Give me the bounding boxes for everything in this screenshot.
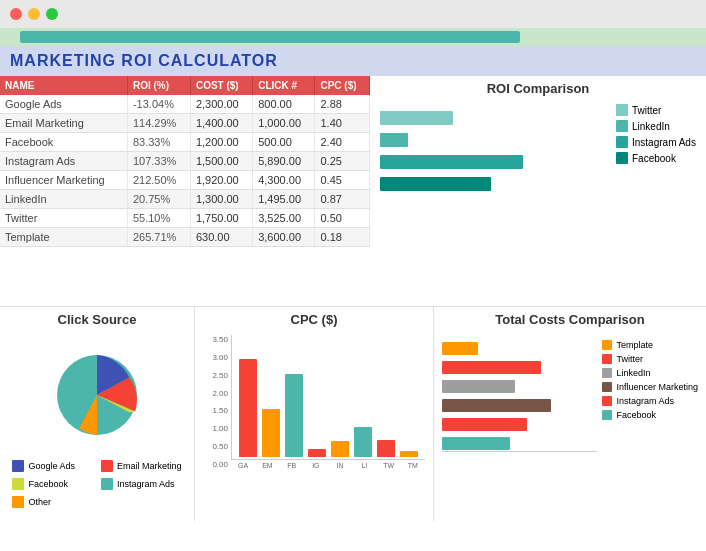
cell-roi: 83.33% [127,133,190,152]
legend-color-box [616,152,628,164]
progress-bar-container [0,28,706,46]
pie-legend-color [101,460,113,472]
cell-name: LinkedIn [0,190,127,209]
tc-legend-item: LinkedIn [602,368,698,378]
click-source-section: Click Source Go [0,307,195,521]
cpc-y-axis: 3.503.002.502.001.501.000.500.00 [203,335,228,469]
cpc-bar [308,449,326,457]
cpc-x-label: TM [401,462,425,469]
roi-bar [380,177,491,191]
roi-bar [380,133,408,147]
cpc-section: CPC ($) 3.503.002.502.001.501.000.500.00… [195,307,434,521]
col-cost: COST ($) [190,76,252,95]
cpc-bar-group [377,440,395,457]
roi-chart-section: ROI Comparison TwitterLinkedInInstagram … [370,76,706,306]
tc-bar [442,380,515,393]
tc-bar [442,361,541,374]
cell-name: Facebook [0,133,127,152]
tc-legend-label: Instagram Ads [616,396,674,406]
tc-bar [442,437,510,450]
cpc-bar-group [331,441,349,457]
tc-legend-item: Template [602,340,698,350]
pie-legend-color [101,478,113,490]
cell-clicks: 500.00 [253,133,315,152]
pie-legend-label: Other [28,497,51,507]
table-row: Google Ads -13.04% 2,300.00 800.00 2.88 [0,95,370,114]
page-title: MARKETING ROI CALCULATOR [0,46,706,76]
cpc-x-label: TW [377,462,401,469]
cpc-y-label: 3.00 [203,353,228,362]
cell-clicks: 3,600.00 [253,228,315,247]
cpc-x-label: IG [304,462,328,469]
bottom-section: Click Source Go [0,306,706,521]
cpc-y-label: 0.00 [203,460,228,469]
cpc-y-label: 2.50 [203,371,228,380]
cell-clicks: 1,495.00 [253,190,315,209]
cell-cost: 1,200.00 [190,133,252,152]
tc-legend-label: Facebook [616,410,656,420]
cell-cost: 1,920.00 [190,171,252,190]
tc-legend-color [602,410,612,420]
click-source-title: Click Source [8,312,186,327]
cpc-bar-group [262,409,280,457]
pie-chart [42,340,152,450]
pie-legend-item: Facebook [12,478,93,490]
cpc-bar-group [239,359,257,457]
cpc-x-label: LI [352,462,376,469]
tc-legend-color [602,396,612,406]
roi-legend-item: Twitter [616,104,696,116]
tc-bar-row [442,378,597,394]
cell-cpc: 0.50 [315,209,370,228]
cpc-bar [377,440,395,457]
title-bar [0,0,706,28]
roi-chart-title: ROI Comparison [380,81,696,96]
table-row: Facebook 83.33% 1,200.00 500.00 2.40 [0,133,370,152]
cpc-bar-group [308,449,326,457]
cpc-x-labels: GAEMFBIGINLITWTM [231,462,425,469]
cell-clicks: 800.00 [253,95,315,114]
tc-legend-label: Template [616,340,653,350]
cell-clicks: 5,890.00 [253,152,315,171]
cell-roi: -13.04% [127,95,190,114]
maximize-dot[interactable] [46,8,58,20]
table-section: NAME ROI (%) COST ($) CLICK # CPC ($) Go… [0,76,370,306]
total-costs-chart [442,340,597,451]
cell-name: Instagram Ads [0,152,127,171]
roi-legend: TwitterLinkedInInstagram AdsFacebook [616,104,696,193]
tc-legend-label: Influencer Marketing [616,382,698,392]
cpc-bar [285,374,303,457]
cell-roi: 55.10% [127,209,190,228]
pie-legend-item: Instagram Ads [101,478,182,490]
cell-cost: 2,300.00 [190,95,252,114]
pie-container: Google AdsEmail MarketingFacebookInstagr… [8,335,186,512]
minimize-dot[interactable] [28,8,40,20]
cpc-bar-group [354,427,372,457]
pie-legend-item: Google Ads [12,460,93,472]
progress-bar [20,31,520,43]
cell-cpc: 0.25 [315,152,370,171]
cpc-x-label: GA [231,462,255,469]
pie-legend-label: Email Marketing [117,461,182,471]
cpc-y-label: 2.00 [203,389,228,398]
roi-bar-row [380,131,606,149]
tc-bar [442,399,551,412]
cpc-bar-group [285,374,303,457]
cell-roi: 212.50% [127,171,190,190]
tc-legend-item: Facebook [602,410,698,420]
cell-cpc: 2.40 [315,133,370,152]
top-section: NAME ROI (%) COST ($) CLICK # CPC ($) Go… [0,76,706,306]
close-dot[interactable] [10,8,22,20]
cell-cost: 1,400.00 [190,114,252,133]
tc-legend: TemplateTwitterLinkedInInfluencer Market… [602,340,698,452]
table-row: Instagram Ads 107.33% 1,500.00 5,890.00 … [0,152,370,171]
cell-name: Influencer Marketing [0,171,127,190]
cpc-bar [354,427,372,457]
cpc-y-label: 1.00 [203,424,228,433]
cell-cost: 630.00 [190,228,252,247]
roi-bar-row [380,109,606,127]
cell-cpc: 0.18 [315,228,370,247]
table-row: LinkedIn 20.75% 1,300.00 1,495.00 0.87 [0,190,370,209]
cell-name: Template [0,228,127,247]
cpc-chart [234,337,423,457]
cell-name: Twitter [0,209,127,228]
